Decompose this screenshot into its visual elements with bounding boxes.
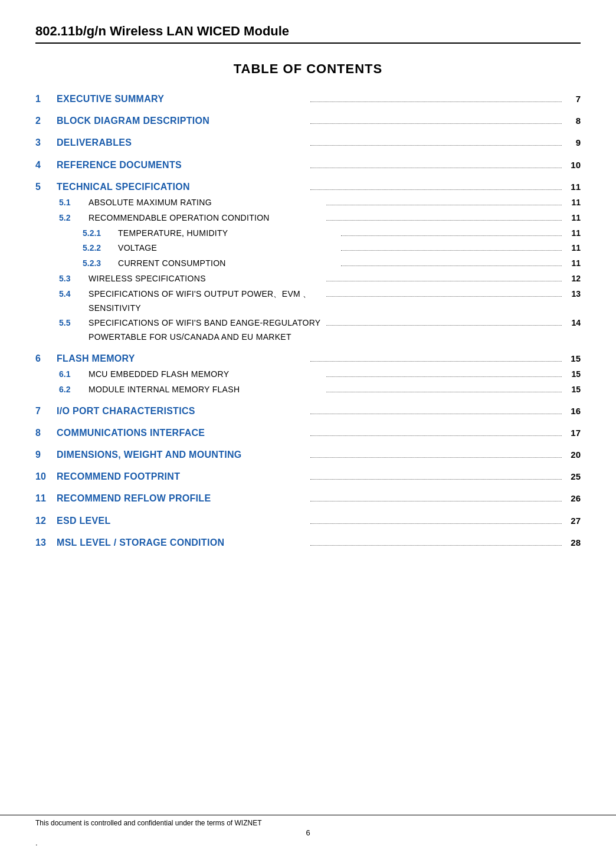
toc-dots-5-2.3: [341, 265, 562, 266]
page: 802.11b/g/n Wireless LAN WICED Module TA…: [0, 0, 616, 859]
toc-dots-7: [310, 414, 562, 414]
toc-label-5-2.3: CURRENT CONSUMPTION: [118, 257, 339, 271]
toc-label-5-2.2: VOLTAGE: [118, 241, 339, 255]
toc-entry-4: 4REFERENCE DOCUMENTS10: [35, 157, 581, 173]
toc-page-5-5: 14: [564, 316, 581, 330]
toc-label-1: EXECUTIVE SUMMARY: [57, 91, 308, 107]
toc-num-6-1: 6.1: [59, 368, 89, 382]
toc-page-6: 15: [564, 351, 581, 366]
toc-entry-6-1: 6.1MCU EMBEDDED FLASH MEMORY15: [35, 368, 581, 382]
toc-num-3: 3: [35, 135, 57, 150]
toc-title: TABLE OF CONTENTS: [35, 61, 581, 77]
toc-dots-6-1: [326, 376, 562, 377]
toc-entry-6-2: 6.2MODULE INTERNAL MEMORY FLASH15: [35, 383, 581, 397]
toc-dots-9: [310, 457, 562, 458]
toc-dots-5-4: [326, 296, 562, 297]
toc-dots-5-2.1: [341, 235, 562, 236]
toc-dots-3: [310, 145, 562, 146]
toc-num-5-5: 5.5: [59, 316, 89, 330]
toc-entry-5-5: 5.5SPECIFICATIONS OF WIFI'S BAND EANGE-R…: [35, 316, 581, 345]
toc-entry-13: 13MSL LEVEL / STORAGE CONDITION28: [35, 535, 581, 550]
toc-dots-11: [310, 501, 562, 501]
toc-dots-5-2: [326, 220, 562, 221]
toc-page-4: 10: [564, 158, 581, 173]
toc-page-13: 28: [564, 535, 581, 550]
toc-page-5-2: 11: [564, 211, 581, 225]
toc-label-5: TECHNICAL SPECIFICATION: [57, 179, 308, 195]
toc-page-5-2.3: 11: [564, 257, 581, 271]
toc-label-2: BLOCK DIAGRAM DESCRIPTION: [57, 113, 308, 129]
toc-dots-5-3: [326, 281, 562, 281]
toc-label-9: DIMENSIONS, WEIGHT AND MOUNTING: [57, 447, 308, 463]
toc-dots-8: [310, 435, 562, 436]
toc-num-5-2: 5.2: [59, 211, 89, 225]
toc-page-5-2.2: 11: [564, 241, 581, 255]
toc-dots-5: [310, 189, 562, 190]
toc-page-10: 25: [564, 469, 581, 484]
document-title: 802.11b/g/n Wireless LAN WICED Module: [35, 24, 581, 44]
toc-page-11: 26: [564, 491, 581, 506]
toc-page-7: 16: [564, 404, 581, 419]
toc-num-5-2.1: 5.2.1: [83, 227, 118, 241]
toc-page-5-4: 13: [564, 287, 581, 301]
toc-dots-5-5: [326, 325, 562, 326]
toc-label-5-2.1: TEMPERATURE, HUMIDITY: [118, 227, 339, 241]
toc-entry-5-2.3: 5.2.3CURRENT CONSUMPTION11: [35, 257, 581, 271]
toc-num-11: 11: [35, 490, 57, 506]
toc-dots-12: [310, 523, 562, 524]
toc-num-8: 8: [35, 425, 57, 441]
toc-num-10: 10: [35, 468, 57, 484]
toc-label-6: FLASH MEMORY: [57, 350, 308, 366]
toc-num-6: 6: [35, 350, 57, 366]
toc-label-5-4: SPECIFICATIONS OF WIFI'S OUTPUT POWER、EV…: [89, 287, 324, 316]
toc-dots-5-2.2: [341, 250, 562, 251]
toc-dots-1: [310, 101, 562, 102]
toc-label-5-3: WIRELESS SPECIFICATIONS: [89, 272, 324, 286]
toc-page-5-3: 12: [564, 272, 581, 286]
footer-dot: .: [35, 838, 581, 847]
toc-dots-4: [310, 168, 562, 168]
footer-text: This document is controlled and confiden…: [35, 819, 581, 827]
toc-label-10: RECOMMEND FOOTPRINT: [57, 468, 308, 484]
toc-label-13: MSL LEVEL / STORAGE CONDITION: [57, 535, 308, 550]
toc-entry-9: 9DIMENSIONS, WEIGHT AND MOUNTING20: [35, 447, 581, 463]
toc-entry-10: 10RECOMMEND FOOTPRINT25: [35, 468, 581, 484]
toc-page-6-2: 15: [564, 383, 581, 397]
toc-label-8: COMMUNICATIONS INTERFACE: [57, 425, 308, 441]
toc-num-6-2: 6.2: [59, 383, 89, 397]
toc-num-5-1: 5.1: [59, 196, 89, 210]
toc-num-5-3: 5.3: [59, 272, 89, 286]
toc-dots-6-2: [326, 392, 562, 392]
toc-entry-5-1: 5.1ABSOLUTE MAXIMUM RATING11: [35, 196, 581, 210]
toc-label-6-1: MCU EMBEDDED FLASH MEMORY: [89, 368, 324, 382]
toc-label-11: RECOMMEND REFLOW PROFILE: [57, 490, 308, 506]
toc-label-5-5: SPECIFICATIONS OF WIFI'S BAND EANGE-REGU…: [89, 316, 324, 345]
toc-num-13: 13: [35, 535, 57, 550]
toc-page-12: 27: [564, 513, 581, 529]
toc-num-9: 9: [35, 447, 57, 463]
toc-num-12: 12: [35, 513, 57, 529]
toc-entry-5-4: 5.4SPECIFICATIONS OF WIFI'S OUTPUT POWER…: [35, 287, 581, 316]
toc-entry-11: 11RECOMMEND REFLOW PROFILE26: [35, 490, 581, 506]
toc-entry-2: 2BLOCK DIAGRAM DESCRIPTION8: [35, 113, 581, 129]
toc-page-5: 11: [564, 179, 581, 195]
toc-dots-6: [310, 361, 562, 362]
toc-entry-5: 5TECHNICAL SPECIFICATION11: [35, 179, 581, 195]
toc-page-5-1: 11: [564, 196, 581, 210]
toc-num-2: 2: [35, 113, 57, 129]
toc-label-4: REFERENCE DOCUMENTS: [57, 157, 308, 173]
toc-num-7: 7: [35, 403, 57, 419]
toc-num-5-2.3: 5.2.3: [83, 257, 118, 271]
toc-label-7: I/O PORT CHARACTERISTICS: [57, 403, 308, 419]
toc-num-5-4: 5.4: [59, 287, 89, 301]
toc-page-1: 7: [564, 91, 581, 107]
toc-entry-3: 3DELIVERABLES9: [35, 135, 581, 150]
toc-dots-2: [310, 123, 562, 124]
toc-label-5-2: RECOMMENDABLE OPERATION CONDITION: [89, 211, 324, 225]
toc-label-3: DELIVERABLES: [57, 135, 308, 150]
toc-page-8: 17: [564, 425, 581, 441]
toc-num-5-2.2: 5.2.2: [83, 241, 118, 255]
toc-entry-6: 6FLASH MEMORY15: [35, 350, 581, 366]
toc-page-3: 9: [564, 135, 581, 150]
toc-page-2: 8: [564, 113, 581, 129]
